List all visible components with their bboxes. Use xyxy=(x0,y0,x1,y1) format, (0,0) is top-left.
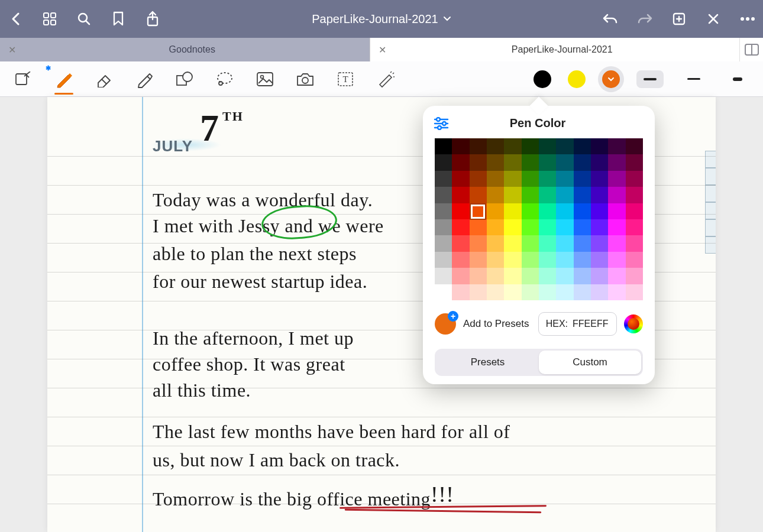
segment-presets[interactable]: Presets xyxy=(437,351,539,374)
color-cell[interactable] xyxy=(487,235,504,251)
color-cell[interactable] xyxy=(591,187,608,203)
color-cell[interactable] xyxy=(574,268,591,284)
color-cell[interactable] xyxy=(435,252,452,268)
color-cell[interactable] xyxy=(470,284,487,300)
tab-journal[interactable]: ✕ PaperLike-Journal-2021 xyxy=(370,38,740,61)
color-cell[interactable] xyxy=(470,268,487,284)
close-x-icon[interactable] xyxy=(705,11,722,27)
color-cell[interactable] xyxy=(591,268,608,284)
color-cell[interactable] xyxy=(470,219,487,235)
document-title[interactable]: PaperLike-Journal-2021 xyxy=(161,12,602,26)
color-cell[interactable] xyxy=(591,154,608,170)
color-cell[interactable] xyxy=(574,284,591,300)
color-cell[interactable] xyxy=(435,138,452,154)
color-cell[interactable] xyxy=(574,203,591,219)
redo-icon[interactable] xyxy=(636,11,653,27)
thickness-thin[interactable] xyxy=(680,70,707,88)
camera-tool-icon[interactable] xyxy=(293,67,317,91)
color-cell[interactable] xyxy=(626,235,643,251)
color-cell[interactable] xyxy=(539,252,556,268)
color-cell[interactable] xyxy=(574,138,591,154)
color-cell[interactable] xyxy=(608,252,625,268)
color-cell[interactable] xyxy=(452,154,469,170)
color-cell[interactable] xyxy=(487,252,504,268)
back-icon[interactable] xyxy=(7,11,24,27)
color-cell[interactable] xyxy=(487,187,504,203)
color-cell[interactable] xyxy=(487,171,504,187)
share-icon[interactable] xyxy=(144,11,161,27)
color-cell[interactable] xyxy=(591,171,608,187)
color-cell[interactable] xyxy=(435,154,452,170)
color-cell[interactable] xyxy=(626,284,643,300)
color-cell[interactable] xyxy=(452,138,469,154)
add-to-presets-swatch[interactable]: + xyxy=(435,313,456,335)
color-cell[interactable] xyxy=(435,203,452,219)
color-cell[interactable] xyxy=(470,138,487,154)
color-cell[interactable] xyxy=(608,268,625,284)
color-cell[interactable] xyxy=(608,284,625,300)
color-cell[interactable] xyxy=(522,219,539,235)
color-cell[interactable] xyxy=(435,235,452,251)
color-cell[interactable] xyxy=(574,171,591,187)
color-cell[interactable] xyxy=(539,154,556,170)
thickness-medium[interactable] xyxy=(636,70,664,88)
color-cell[interactable] xyxy=(487,138,504,154)
color-cell[interactable] xyxy=(608,203,625,219)
color-cell[interactable] xyxy=(435,284,452,300)
color-cell[interactable] xyxy=(556,154,573,170)
search-icon[interactable] xyxy=(76,11,92,27)
color-cell[interactable] xyxy=(522,187,539,203)
color-cell[interactable] xyxy=(470,187,487,203)
close-icon[interactable]: ✕ xyxy=(8,44,16,56)
split-view-icon[interactable] xyxy=(739,38,763,61)
color-cell[interactable] xyxy=(591,235,608,251)
color-cell[interactable] xyxy=(487,219,504,235)
highlighter-tool-icon[interactable] xyxy=(132,67,156,91)
color-cell[interactable] xyxy=(452,268,469,284)
lasso-tool-icon[interactable] xyxy=(213,67,237,91)
color-cell[interactable] xyxy=(487,154,504,170)
undo-icon[interactable] xyxy=(602,11,619,27)
color-cell[interactable] xyxy=(470,154,487,170)
color-wheel-icon[interactable] xyxy=(624,314,643,333)
grid-icon[interactable] xyxy=(41,11,58,27)
color-cell[interactable] xyxy=(539,284,556,300)
color-cell[interactable] xyxy=(470,203,487,219)
color-cell[interactable] xyxy=(626,203,643,219)
color-cell[interactable] xyxy=(522,154,539,170)
color-cell[interactable] xyxy=(539,171,556,187)
color-cell[interactable] xyxy=(539,219,556,235)
color-cell[interactable] xyxy=(556,203,573,219)
color-cell[interactable] xyxy=(556,235,573,251)
color-cell[interactable] xyxy=(504,171,521,187)
color-cell[interactable] xyxy=(574,252,591,268)
image-tool-icon[interactable] xyxy=(253,67,277,91)
color-cell[interactable] xyxy=(452,187,469,203)
shape-tool-icon[interactable] xyxy=(173,67,196,91)
color-cell[interactable] xyxy=(556,252,573,268)
color-cell[interactable] xyxy=(608,171,625,187)
color-cell[interactable] xyxy=(504,138,521,154)
color-cell[interactable] xyxy=(435,171,452,187)
tab-goodnotes[interactable]: ✕ Goodnotes xyxy=(0,38,370,61)
color-cell[interactable] xyxy=(626,187,643,203)
color-cell[interactable] xyxy=(504,219,521,235)
color-cell[interactable] xyxy=(522,203,539,219)
color-cell[interactable] xyxy=(452,171,469,187)
color-cell[interactable] xyxy=(504,284,521,300)
color-cell[interactable] xyxy=(522,252,539,268)
laser-tool-icon[interactable] xyxy=(374,67,397,91)
color-cell[interactable] xyxy=(470,252,487,268)
color-cell[interactable] xyxy=(574,187,591,203)
color-cell[interactable] xyxy=(608,235,625,251)
eraser-tool-icon[interactable] xyxy=(92,67,116,91)
color-cell[interactable] xyxy=(608,187,625,203)
readonly-mode-icon[interactable] xyxy=(12,67,35,91)
color-cell[interactable] xyxy=(626,268,643,284)
color-cell[interactable] xyxy=(626,138,643,154)
color-preset-orange[interactable] xyxy=(602,70,620,88)
color-cell[interactable] xyxy=(539,268,556,284)
color-cell[interactable] xyxy=(504,154,521,170)
color-cell[interactable] xyxy=(452,235,469,251)
color-cell[interactable] xyxy=(504,252,521,268)
